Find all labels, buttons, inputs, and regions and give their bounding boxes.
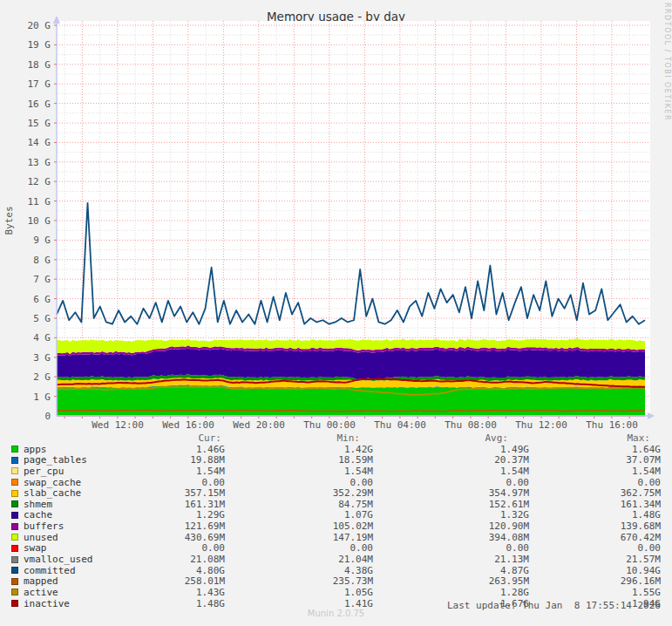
legend-value-cur: 0.00 <box>153 477 225 488</box>
legend-swatch <box>11 534 18 541</box>
legend-swatch <box>11 500 18 507</box>
svg-text:17 G: 17 G <box>28 78 51 90</box>
svg-text:7 G: 7 G <box>33 274 51 285</box>
chart-canvas: 01 G2 G3 G4 G5 G6 G7 G8 G9 G10 G11 G12 G… <box>0 0 672 432</box>
svg-text:Wed 20:00: Wed 20:00 <box>233 419 285 431</box>
legend-label: active <box>24 587 153 598</box>
legend-value-avg: 4.87G <box>373 565 529 576</box>
legend-value-avg: 263.95M <box>373 575 529 587</box>
legend-swatch <box>11 556 18 563</box>
legend-row: slab_cache357.15M352.29M354.97M362.75M <box>11 487 661 499</box>
legend-swatch <box>11 578 18 585</box>
legend-label: shmem <box>24 499 153 510</box>
legend-label: inactive <box>24 598 153 609</box>
svg-text:19 G: 19 G <box>28 39 51 51</box>
legend-swatch <box>11 545 18 552</box>
legend-value-cur: 430.69M <box>153 532 225 543</box>
legend-swatch <box>11 567 18 574</box>
legend-label: vmalloc_used <box>24 554 153 565</box>
legend-value-max: 1.55G <box>529 587 661 598</box>
legend-value-min: 18.59M <box>225 454 373 466</box>
munin-memory-graph: Memory usage - by day Bytes RRDTOOL / TO… <box>0 0 672 626</box>
legend-value-max: 21.57M <box>529 554 661 565</box>
legend-value-min: 1.05G <box>225 587 373 598</box>
legend-swatch <box>11 523 18 530</box>
legend-value-max: 362.75M <box>529 487 661 499</box>
svg-text:6 G: 6 G <box>33 294 51 305</box>
svg-text:Wed 12:00: Wed 12:00 <box>92 419 144 431</box>
legend-value-max: 670.42M <box>529 532 661 543</box>
legend-value-cur: 121.69M <box>153 521 225 532</box>
legend-value-min: 4.38G <box>225 565 373 576</box>
legend-value-cur: 21.08M <box>153 554 225 565</box>
legend-value-min: 1.07G <box>225 509 373 521</box>
legend-value-avg: 1.32G <box>373 509 529 521</box>
legend-value-min: 147.19M <box>225 532 373 543</box>
legend-row: swap0.000.000.000.00 <box>11 542 661 554</box>
svg-text:Thu 04:00: Thu 04:00 <box>374 419 426 431</box>
svg-text:16 G: 16 G <box>28 99 51 110</box>
legend-value-max: 10.94G <box>529 565 661 576</box>
svg-text:Thu 12:00: Thu 12:00 <box>515 419 567 431</box>
svg-text:13 G: 13 G <box>28 157 51 168</box>
svg-text:3 G: 3 G <box>33 352 51 364</box>
legend-row: per_cpu1.54M1.54M1.54M1.54M <box>11 466 661 477</box>
legend-label: apps <box>24 444 153 455</box>
legend-value-min: 21.04M <box>225 554 373 565</box>
legend-value-avg: 20.37M <box>373 454 529 466</box>
legend-row: apps1.46G1.42G1.49G1.64G <box>11 444 661 455</box>
svg-text:Thu 16:00: Thu 16:00 <box>586 419 638 431</box>
legend-row: page_tables19.88M18.59M20.37M37.07M <box>11 454 661 466</box>
svg-text:9 G: 9 G <box>33 235 51 246</box>
legend-label: committed <box>24 565 153 576</box>
legend-value-cur: 258.01M <box>153 575 225 587</box>
legend-value-avg: 0.00 <box>373 542 529 554</box>
svg-text:14 G: 14 G <box>28 137 51 148</box>
svg-text:1 G: 1 G <box>33 391 51 403</box>
legend-value-max: 1.48G <box>529 509 661 521</box>
legend-value-cur: 4.80G <box>153 565 225 576</box>
legend-row: swap_cache0.000.000.000.00 <box>11 477 661 488</box>
legend-swatch <box>11 512 18 519</box>
svg-text:11 G: 11 G <box>28 196 51 208</box>
legend-value-cur: 1.46G <box>153 444 225 455</box>
legend-row: cache1.29G1.07G1.32G1.48G <box>11 509 661 521</box>
svg-text:0: 0 <box>44 411 51 422</box>
legend-value-max: 0.00 <box>529 477 661 488</box>
legend-value-min: 0.00 <box>225 542 373 554</box>
legend-value-min: 352.29M <box>225 487 373 499</box>
svg-text:15 G: 15 G <box>28 118 51 129</box>
svg-text:Thu 00:00: Thu 00:00 <box>303 419 356 431</box>
legend-value-min: 84.75M <box>225 499 373 510</box>
svg-text:12 G: 12 G <box>28 176 51 187</box>
legend-value-min: 235.73M <box>225 575 373 587</box>
legend-label: swap_cache <box>24 477 153 488</box>
legend-column-header: Cur: <box>153 432 225 444</box>
svg-text:5 G: 5 G <box>33 313 51 324</box>
legend-value-avg: 152.61M <box>373 499 529 510</box>
legend-value-cur: 0.00 <box>153 542 225 554</box>
legend-value-max: 0.00 <box>529 542 661 554</box>
legend-value-min: 0.00 <box>225 477 373 488</box>
legend-value-avg: 1.28G <box>373 587 529 598</box>
legend-row: vmalloc_used21.08M21.04M21.13M21.57M <box>11 554 661 565</box>
legend-swatch <box>11 446 18 452</box>
legend-swatch <box>11 490 18 497</box>
legend-row: mapped258.01M235.73M263.95M296.16M <box>11 575 661 587</box>
legend-swatch <box>11 479 18 486</box>
munin-version: Munin 2.0.75 <box>0 609 672 618</box>
legend-swatch <box>11 600 18 607</box>
svg-text:20 G: 20 G <box>28 20 51 31</box>
legend-value-avg: 0.00 <box>373 477 529 488</box>
legend-label: cache <box>24 509 153 521</box>
svg-text:Wed 16:00: Wed 16:00 <box>162 419 214 431</box>
legend-value-cur: 357.15M <box>153 487 225 499</box>
legend-row: committed4.80G4.38G4.87G10.94G <box>11 565 661 576</box>
legend-column-header: Max: <box>529 432 661 444</box>
legend-label: mapped <box>24 575 153 587</box>
legend-value-max: 139.68M <box>529 521 661 532</box>
legend-row: active1.43G1.05G1.28G1.55G <box>11 587 661 598</box>
legend-swatch <box>11 589 18 595</box>
svg-text:10 G: 10 G <box>28 215 51 227</box>
legend-value-max: 1.64G <box>529 444 661 455</box>
